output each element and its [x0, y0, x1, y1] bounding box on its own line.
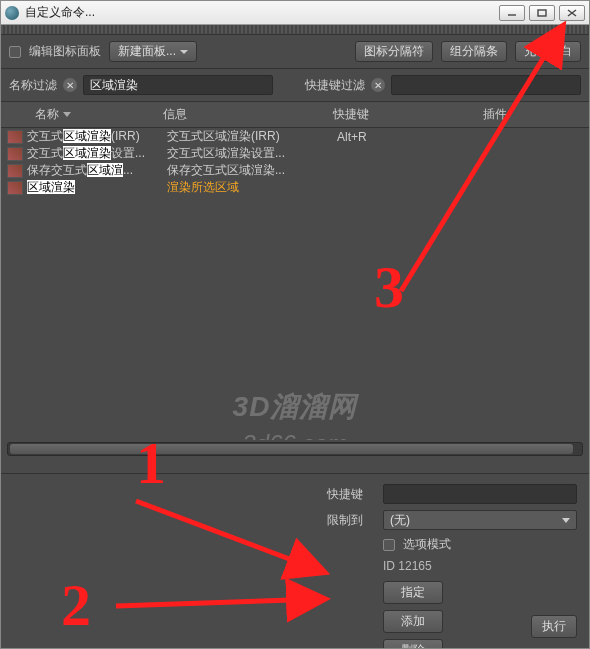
icon-separator-button[interactable]: 图标分隔符: [355, 41, 433, 62]
option-mode-label: 选项模式: [403, 536, 451, 553]
maximize-button[interactable]: [529, 5, 555, 21]
window-title: 自定义命令...: [25, 4, 499, 21]
hotkey-input[interactable]: [383, 484, 577, 504]
grip-bar[interactable]: [1, 25, 589, 35]
cell-info: 交互式区域渲染设置...: [167, 145, 337, 162]
edit-icon-panel-label: 编辑图标面板: [29, 43, 101, 60]
hotkey-filter-clear-icon[interactable]: ✕: [371, 78, 385, 92]
name-filter-input[interactable]: [83, 75, 273, 95]
cell-name: 区域渲染: [27, 179, 167, 196]
row-icon: [7, 130, 23, 144]
svg-rect-1: [538, 10, 546, 16]
minimize-button[interactable]: [499, 5, 525, 21]
close-button[interactable]: [559, 5, 585, 21]
restrict-select[interactable]: (无): [383, 510, 577, 530]
col-info[interactable]: 信息: [157, 102, 327, 127]
cell-info: 渲染所选区域: [167, 179, 337, 196]
cell-name: 交互式区域渲染设置...: [27, 145, 167, 162]
execute-button[interactable]: 执行: [531, 615, 577, 638]
col-key[interactable]: 快捷键: [327, 102, 477, 127]
option-mode-checkbox[interactable]: [383, 539, 395, 551]
watermark: 3D溜溜网 3d66·com: [1, 388, 589, 440]
titlebar: 自定义命令...: [1, 1, 589, 25]
hotkey-label: 快捷键: [327, 486, 375, 503]
name-filter-label: 名称过滤: [9, 77, 57, 94]
table-row[interactable]: 区域渲染渲染所选区域: [1, 179, 589, 196]
table-row[interactable]: 交互式区域渲染(IRR)交互式区域渲染(IRR)Alt+R: [1, 128, 589, 145]
new-panel-button[interactable]: 新建面板...: [109, 41, 197, 62]
table-row[interactable]: 保存交互式区域渲...保存交互式区域渲染...: [1, 162, 589, 179]
row-icon: [7, 181, 23, 195]
restrict-label: 限制到: [327, 512, 375, 529]
fill-blank-button[interactable]: 充填空白: [515, 41, 581, 62]
assign-button[interactable]: 指定: [383, 581, 443, 604]
cell-info: 交互式区域渲染(IRR): [167, 128, 337, 145]
name-filter-clear-icon[interactable]: ✕: [63, 78, 77, 92]
table-header: 名称 信息 快捷键 插件: [1, 102, 589, 128]
col-name[interactable]: 名称: [7, 102, 157, 127]
delete-button[interactable]: 删除: [383, 639, 443, 649]
filter-row: 名称过滤 ✕ 快捷键过滤 ✕: [1, 69, 589, 102]
scrollbar-thumb[interactable]: [10, 444, 573, 454]
group-separator-button[interactable]: 组分隔条: [441, 41, 507, 62]
table-row[interactable]: 交互式区域渲染设置...交互式区域渲染设置...: [1, 145, 589, 162]
row-icon: [7, 147, 23, 161]
app-icon: [5, 6, 19, 20]
id-label: ID 12165: [383, 559, 577, 573]
hotkey-filter-input[interactable]: [391, 75, 581, 95]
cell-name: 交互式区域渲染(IRR): [27, 128, 167, 145]
add-button[interactable]: 添加: [383, 610, 443, 633]
row-icon: [7, 164, 23, 178]
table-body: 交互式区域渲染(IRR)交互式区域渲染(IRR)Alt+R交互式区域渲染设置..…: [1, 128, 589, 440]
cell-name: 保存交互式区域渲...: [27, 162, 167, 179]
sort-icon: [63, 112, 71, 117]
col-plugin[interactable]: 插件: [477, 102, 583, 127]
cell-key: Alt+R: [337, 130, 487, 144]
chevron-down-icon: [562, 518, 570, 523]
hotkey-filter-label: 快捷键过滤: [305, 77, 365, 94]
toolbar: 编辑图标面板 新建面板... 图标分隔符 组分隔条 充填空白: [1, 35, 589, 69]
bottom-panel: 快捷键 限制到 (无) 选项模式 ID 12165 指定 添加 删除 执行: [1, 473, 589, 648]
horizontal-scrollbar[interactable]: [7, 442, 583, 456]
cell-info: 保存交互式区域渲染...: [167, 162, 337, 179]
edit-icon-panel-checkbox[interactable]: [9, 46, 21, 58]
chevron-down-icon: [180, 50, 188, 54]
